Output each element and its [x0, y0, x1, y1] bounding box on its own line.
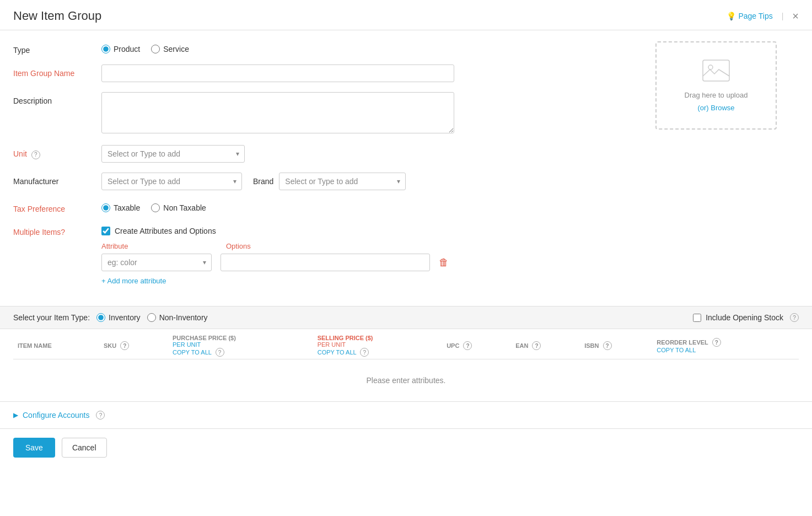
col-item-name: ITEM NAME — [13, 329, 99, 359]
unit-label: Unit ? — [13, 145, 101, 159]
unit-row: Unit ? Select or Type to add ▾ — [13, 145, 639, 163]
include-opening-stock-checkbox[interactable] — [693, 314, 701, 322]
isbn-help-icon[interactable]: ? — [603, 341, 612, 350]
close-button[interactable]: × — [792, 10, 799, 23]
taxable-option[interactable]: Taxable — [101, 203, 140, 212]
type-row: Type Product Service — [13, 41, 639, 55]
brand-label: Brand — [253, 177, 273, 186]
attribute-header: Attribute — [101, 242, 217, 250]
item-type-bar: Select your Item Type: Inventory Non-Inv… — [0, 306, 812, 329]
col-upc: UPC ? — [442, 329, 511, 359]
col-selling-price: Selling Price ($) PER UNIT COPY TO ALL ? — [313, 329, 442, 359]
configure-accounts-chevron: ▶ — [13, 411, 18, 419]
upload-drag-text: Drag here to upload — [685, 91, 748, 99]
unit-select[interactable]: Select or Type to add — [101, 145, 245, 163]
type-service-label: Service — [163, 45, 189, 53]
col-item-name-header: ITEM NAME — [18, 342, 52, 349]
footer-buttons: Save Cancel — [0, 428, 812, 466]
page-tips-button[interactable]: 💡 Page Tips — [727, 12, 772, 20]
col-purchase-price: Purchase Price ($) PER UNIT COPY TO ALL … — [168, 329, 313, 359]
description-input[interactable] — [101, 92, 454, 133]
description-label: Description — [13, 92, 101, 105]
svg-rect-0 — [703, 60, 729, 81]
multiple-items-row: Multiple Items? Create Attributes and Op… — [13, 223, 639, 285]
description-row: Description — [13, 92, 639, 135]
inventory-option[interactable]: Inventory — [96, 313, 141, 322]
col-sku: SKU ? — [99, 329, 168, 359]
save-button[interactable]: Save — [13, 438, 55, 458]
multiple-items-checkbox[interactable] — [101, 227, 110, 235]
header-actions: 💡 Page Tips | × — [727, 10, 799, 23]
delete-attribute-icon[interactable]: 🗑 — [439, 257, 449, 268]
type-product-label: Product — [114, 45, 140, 53]
sku-help-icon[interactable]: ? — [120, 341, 129, 350]
reorder-help-icon[interactable]: ? — [712, 338, 721, 347]
include-opening-stock-label: Include Opening Stock — [706, 313, 783, 322]
items-table: ITEM NAME SKU ? Purchase Price ($) PER U… — [13, 329, 799, 401]
items-table-section: ITEM NAME SKU ? Purchase Price ($) PER U… — [0, 329, 812, 401]
item-group-name-input[interactable] — [101, 64, 454, 82]
type-service-option[interactable]: Service — [151, 45, 189, 53]
page-title: New Item Group — [13, 9, 101, 23]
attribute-section: Attribute Options eg: color ▾ 🗑 — [101, 242, 639, 285]
inventory-radio[interactable] — [96, 313, 105, 322]
upload-dropzone[interactable]: Drag here to upload (or) Browse — [655, 41, 777, 130]
upload-section: Drag here to upload (or) Browse — [655, 41, 799, 295]
item-group-name-row: Item Group Name — [13, 64, 639, 82]
add-more-attribute-button[interactable]: + Add more attribute — [101, 277, 166, 285]
empty-row: Please enter attributes. — [13, 359, 799, 402]
non-taxable-radio[interactable] — [151, 203, 160, 212]
manufacturer-select[interactable]: Select or Type to add — [101, 173, 242, 190]
type-product-radio[interactable] — [101, 45, 110, 53]
attribute-row: eg: color ▾ 🗑 — [101, 254, 639, 271]
upload-browse-text[interactable]: (or) Browse — [697, 104, 734, 112]
configure-accounts-link[interactable]: Configure Accounts — [23, 411, 89, 420]
ean-help-icon[interactable]: ? — [532, 341, 541, 350]
item-type-left: Select your Item Type: Inventory Non-Inv… — [13, 313, 208, 322]
unit-help-icon[interactable]: ? — [31, 150, 40, 159]
attribute-select[interactable]: eg: color — [101, 254, 212, 271]
item-type-bar-label: Select your Item Type: — [13, 313, 90, 322]
multiple-items-checkbox-label: Create Attributes and Options — [115, 227, 216, 235]
options-header: Options — [226, 242, 251, 250]
opening-stock-help-icon[interactable]: ? — [790, 313, 799, 322]
tax-preference-row: Tax Preference Taxable Non Taxable — [13, 200, 639, 213]
item-type-right: Include Opening Stock ? — [693, 313, 799, 322]
taxable-radio[interactable] — [101, 203, 110, 212]
configure-accounts-row: ▶ Configure Accounts ? — [0, 401, 812, 428]
multiple-items-label: Multiple Items? — [13, 223, 101, 237]
non-inventory-label: Non-Inventory — [159, 313, 208, 322]
configure-accounts-help-icon[interactable]: ? — [96, 411, 105, 420]
non-inventory-option[interactable]: Non-Inventory — [147, 313, 208, 322]
manufacturer-label: Manufacturer — [13, 173, 101, 186]
item-group-name-label: Item Group Name — [13, 64, 101, 78]
tax-preference-label: Tax Preference — [13, 200, 101, 213]
type-service-radio[interactable] — [151, 45, 160, 53]
type-product-option[interactable]: Product — [101, 45, 140, 53]
non-taxable-label: Non Taxable — [163, 203, 206, 212]
col-ean: EAN ? — [511, 329, 580, 359]
purchase-price-help-icon[interactable]: ? — [216, 348, 224, 357]
upc-help-icon[interactable]: ? — [463, 341, 472, 350]
col-reorder-level: REORDER LEVEL ? COPY TO ALL — [652, 329, 799, 359]
inventory-label: Inventory — [109, 313, 141, 322]
selling-price-help-icon[interactable]: ? — [360, 348, 369, 357]
taxable-label: Taxable — [114, 203, 140, 212]
empty-message: Please enter attributes. — [13, 359, 799, 402]
bulb-icon: 💡 — [727, 12, 736, 20]
image-upload-icon — [702, 60, 730, 87]
brand-select[interactable]: Select or Type to add — [279, 173, 406, 190]
page-tips-label: Page Tips — [738, 12, 772, 20]
cancel-button[interactable]: Cancel — [62, 438, 107, 458]
type-label: Type — [13, 41, 101, 55]
svg-point-1 — [708, 65, 713, 69]
non-taxable-option[interactable]: Non Taxable — [151, 203, 206, 212]
non-inventory-radio[interactable] — [147, 313, 156, 322]
col-isbn: ISBN ? — [580, 329, 652, 359]
options-input[interactable] — [221, 254, 430, 271]
manufacturer-brand-row: Manufacturer Select or Type to add ▾ Bra… — [13, 173, 639, 190]
